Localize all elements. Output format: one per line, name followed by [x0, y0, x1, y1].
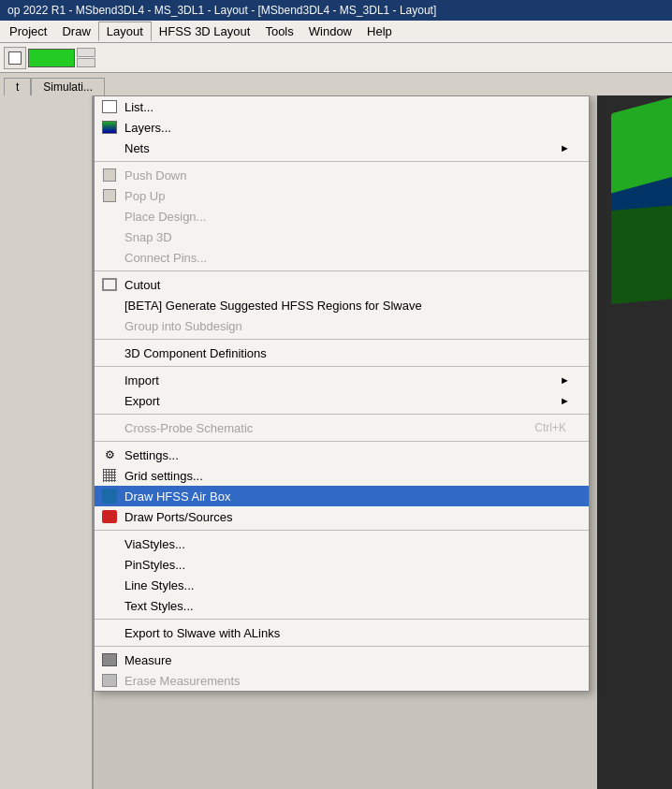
- popup-icon: [100, 186, 119, 205]
- main-area: List... Layers... Nets ► Push Down: [0, 95, 672, 789]
- nets-submenu-arrow: ►: [560, 142, 570, 153]
- layers-icon: [100, 118, 119, 137]
- cutout-icon: [100, 275, 119, 294]
- menu-item-3d-component[interactable]: 3D Component Definitions: [95, 343, 589, 363]
- menu-item-grid-settings[interactable]: Grid settings...: [95, 465, 589, 486]
- toolbar-icon-1[interactable]: [4, 47, 26, 69]
- divider-9: [95, 646, 589, 647]
- menu-layout[interactable]: Layout: [98, 22, 152, 41]
- divider-2: [95, 270, 589, 271]
- menu-item-import[interactable]: Import ►: [95, 370, 589, 390]
- toolbar-nav: [77, 48, 95, 67]
- menu-item-line-styles[interactable]: Line Styles...: [95, 575, 589, 595]
- menu-item-beta-hfss[interactable]: [BETA] Generate Suggested HFSS Regions f…: [95, 295, 589, 315]
- toolbar-nav-down[interactable]: [77, 58, 95, 67]
- menu-item-text-styles[interactable]: Text Styles...: [95, 595, 589, 616]
- ports-icon: [100, 507, 119, 526]
- menu-window[interactable]: Window: [301, 22, 359, 40]
- cross-probe-shortcut: Ctrl+K: [534, 421, 570, 434]
- divider-3: [95, 339, 589, 340]
- menu-project[interactable]: Project: [2, 22, 54, 40]
- title-bar: op 2022 R1 - MSbend3DL4 - MS_3DL1 - Layo…: [0, 0, 672, 21]
- menu-item-pin-styles[interactable]: PinStyles...: [95, 554, 589, 575]
- hfss-airbox-icon: [100, 487, 119, 505]
- menu-item-draw-hfss-airbox[interactable]: Draw HFSS Air Box: [95, 486, 589, 506]
- menu-item-pop-up: Pop Up: [95, 185, 589, 206]
- divider-6: [95, 441, 589, 442]
- menu-item-layers[interactable]: Layers...: [95, 117, 589, 138]
- menu-item-measure[interactable]: Measure: [95, 650, 589, 670]
- divider-8: [95, 619, 589, 620]
- erase-icon: [100, 671, 119, 690]
- toolbar: [0, 43, 672, 73]
- divider-4: [95, 366, 589, 367]
- menu-help[interactable]: Help: [359, 22, 400, 40]
- menu-item-cross-probe: Cross-Probe Schematic Ctrl+K: [95, 417, 589, 438]
- list-icon: [100, 97, 119, 116]
- menu-item-export[interactable]: Export ►: [95, 390, 589, 411]
- 3d-darkgreen-shape: [611, 205, 672, 304]
- menu-item-export-slwave[interactable]: Export to Slwave with ALinks: [95, 622, 589, 643]
- tab-bar: t Simulati...: [0, 73, 672, 95]
- menu-item-snap-3d: Snap 3D: [95, 226, 589, 247]
- divider-7: [95, 530, 589, 531]
- settings-icon: ⚙: [100, 446, 119, 464]
- right-3d-panel: [597, 95, 672, 789]
- measure-icon: [100, 650, 119, 669]
- tab-t[interactable]: t: [4, 78, 31, 95]
- menu-item-via-styles[interactable]: ViaStyles...: [95, 533, 589, 554]
- layout-dropdown-menu: List... Layers... Nets ► Push Down: [94, 95, 590, 692]
- menu-item-group-subdesign: Group into Subdesign: [95, 315, 589, 336]
- tab-simulati[interactable]: Simulati...: [31, 78, 105, 95]
- menu-item-place-design: Place Design...: [95, 206, 589, 226]
- menu-tools[interactable]: Tools: [257, 22, 300, 40]
- menu-draw[interactable]: Draw: [54, 22, 97, 40]
- menu-item-nets[interactable]: Nets ►: [95, 138, 589, 158]
- import-submenu-arrow: ►: [560, 374, 570, 386]
- pushdown-icon: [100, 166, 119, 184]
- menu-hfss3d[interactable]: HFSS 3D Layout: [152, 22, 258, 40]
- toolbar-nav-up[interactable]: [77, 48, 95, 57]
- menu-item-draw-ports[interactable]: Draw Ports/Sources: [95, 506, 589, 527]
- divider-1: [95, 161, 589, 162]
- export-submenu-arrow: ►: [560, 395, 570, 406]
- menu-item-push-down: Push Down: [95, 165, 589, 185]
- menu-item-list[interactable]: List...: [95, 96, 589, 117]
- menu-item-connect-pins: Connect Pins...: [95, 247, 589, 268]
- menu-item-settings[interactable]: ⚙ Settings...: [95, 445, 589, 465]
- menu-item-erase-measurements: Erase Measurements: [95, 670, 589, 691]
- toolbar-color-swatch[interactable]: [28, 49, 75, 67]
- title-text: op 2022 R1 - MSbend3DL4 - MS_3DL1 - Layo…: [7, 4, 436, 17]
- menu-item-cutout[interactable]: Cutout: [95, 274, 589, 295]
- grid-icon: [100, 466, 119, 485]
- divider-5: [95, 414, 589, 415]
- left-sidebar: [0, 95, 94, 789]
- menu-bar: Project Draw Layout HFSS 3D Layout Tools…: [0, 21, 672, 43]
